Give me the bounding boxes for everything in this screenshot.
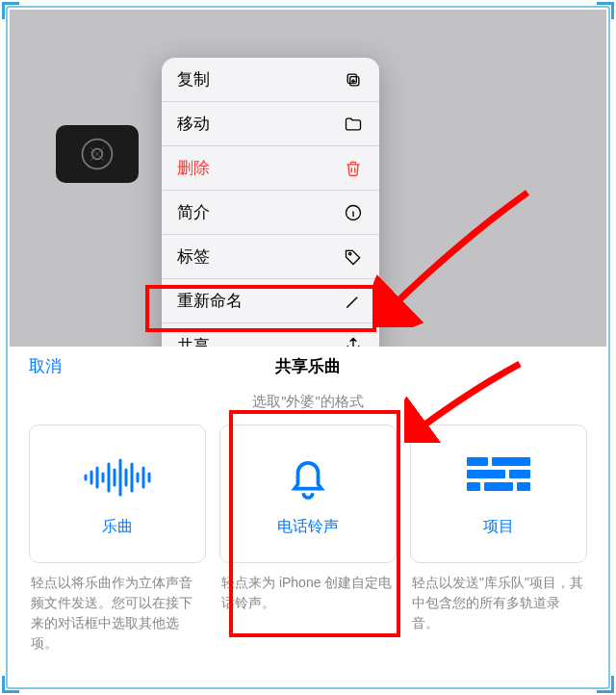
menu-label: 标签 [177, 245, 210, 268]
svg-point-5 [349, 252, 351, 254]
cancel-button[interactable]: 取消 [29, 347, 62, 385]
card-desc: 轻点以发送"库乐队"项目，其中包含您的所有多轨道录音。 [410, 573, 587, 633]
sheet-title: 共享乐曲 [275, 355, 341, 377]
card-desc: 轻点以将乐曲作为立体声音频文件发送。您可以在接下来的对话框中选取其他选项。 [29, 573, 206, 654]
svg-rect-20 [467, 470, 505, 478]
share-sheet: 取消 共享乐曲 选取"外婆"的格式 [10, 347, 606, 685]
svg-rect-24 [517, 482, 530, 491]
card-desc: 轻点来为 iPhone 创建自定电话铃声。 [219, 573, 397, 613]
share-icon [343, 335, 364, 347]
card-ringtone[interactable]: 电话铃声 轻点来为 iPhone 创建自定电话铃声。 [219, 425, 397, 654]
menu-item-copy[interactable]: 复制 [162, 58, 379, 102]
project-thumbnail[interactable] [56, 125, 139, 183]
menu-item-rename[interactable]: 重新命名 [162, 279, 379, 323]
info-icon [343, 202, 364, 223]
context-menu: 复制 移动 删除 简介 标签 [162, 58, 379, 347]
menu-item-share[interactable]: 共享 [162, 323, 379, 347]
svg-rect-22 [467, 482, 480, 491]
menu-label: 共享 [177, 335, 210, 348]
guitar-icon [79, 136, 116, 172]
menu-label: 删除 [177, 157, 210, 179]
svg-rect-19 [492, 457, 530, 466]
sheet-subtitle: 选取"外婆"的格式 [10, 393, 606, 411]
svg-rect-3 [347, 74, 356, 83]
menu-label: 复制 [177, 68, 210, 90]
menu-label: 简介 [177, 201, 210, 223]
card-song[interactable]: 乐曲 轻点以将乐曲作为立体声音频文件发送。您可以在接下来的对话框中选取其他选项。 [29, 425, 206, 654]
tag-icon [343, 246, 364, 268]
copy-icon [343, 69, 364, 90]
menu-item-move[interactable]: 移动 [162, 102, 379, 146]
background-area: 复制 移动 删除 简介 标签 [10, 10, 606, 347]
card-label: 项目 [483, 517, 514, 537]
trash-icon [343, 158, 364, 179]
pencil-icon [343, 291, 364, 312]
folder-icon [343, 114, 364, 135]
menu-item-delete[interactable]: 删除 [162, 146, 379, 191]
menu-label: 移动 [177, 113, 210, 135]
menu-item-info[interactable]: 简介 [162, 191, 379, 235]
svg-rect-23 [484, 482, 513, 491]
card-label: 乐曲 [102, 517, 133, 537]
card-project[interactable]: 项目 轻点以发送"库乐队"项目，其中包含您的所有多轨道录音。 [410, 425, 587, 654]
waveform-icon [80, 451, 155, 503]
bell-icon [281, 451, 335, 503]
svg-rect-18 [467, 457, 488, 466]
sheet-header: 取消 共享乐曲 [10, 347, 606, 385]
tracks-icon [467, 451, 530, 503]
menu-label: 重新命名 [177, 290, 243, 312]
format-cards: 乐曲 轻点以将乐曲作为立体声音频文件发送。您可以在接下来的对话框中选取其他选项。… [10, 411, 606, 654]
card-label: 电话铃声 [277, 517, 339, 537]
menu-item-tag[interactable]: 标签 [162, 235, 379, 279]
svg-rect-21 [509, 470, 530, 478]
